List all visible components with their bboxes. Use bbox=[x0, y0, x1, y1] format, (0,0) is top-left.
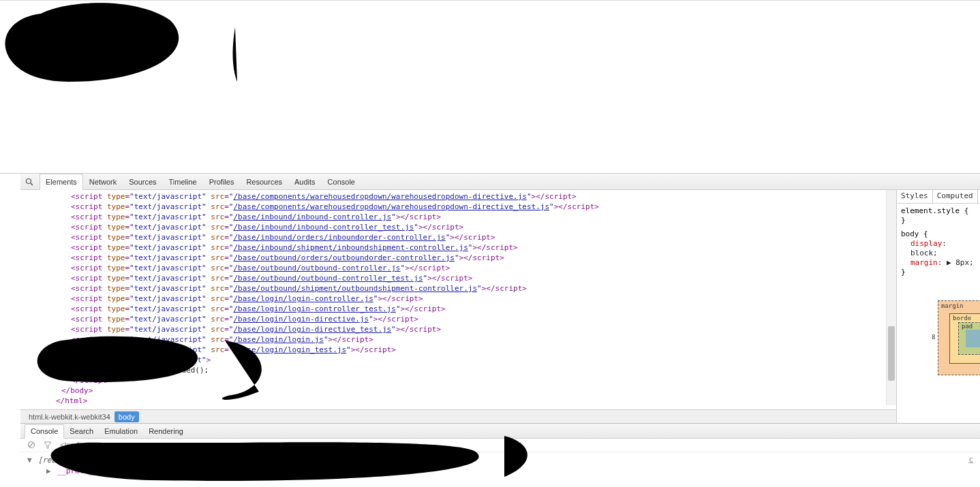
dom-script-inline-close[interactable]: </script> bbox=[23, 375, 896, 386]
breadcrumb-body[interactable]: body bbox=[114, 411, 139, 422]
disclosure-triangle-icon[interactable]: ▼ bbox=[27, 455, 33, 466]
clear-console-icon[interactable] bbox=[27, 441, 35, 450]
tab-sources[interactable]: Sources bbox=[123, 174, 162, 189]
box-model[interactable]: margin 8 borde pad bbox=[897, 300, 980, 382]
drawer-tab-rendering[interactable]: Rendering bbox=[143, 424, 189, 438]
box-border-label: borde bbox=[953, 315, 971, 321]
script-src-link[interactable]: /base/login/login-directive.js bbox=[233, 315, 369, 324]
dom-script-tag[interactable]: <script type="text/javascript" src="/bas… bbox=[23, 334, 896, 345]
inspect-icon[interactable] bbox=[25, 177, 34, 187]
dom-script-tag[interactable]: <script type="text/javascript" src="/bas… bbox=[23, 324, 896, 334]
console-drawer: Console Search Emulation Rendering <top … bbox=[20, 423, 980, 487]
panel-tabs: Elements Network Sources Timeline Profil… bbox=[40, 174, 361, 189]
dom-script-tag[interactable]: <script type="text/javascript" src="/bas… bbox=[23, 345, 896, 355]
element-style-selector: element.style { bbox=[901, 206, 968, 215]
disclosure-triangle-icon[interactable]: ▶ bbox=[46, 466, 52, 477]
body-selector: body { bbox=[901, 230, 928, 238]
tab-timeline[interactable]: Timeline bbox=[163, 174, 203, 189]
dom-script-tag[interactable]: <script type="text/javascript" src="/bas… bbox=[23, 212, 896, 222]
styles-tabs: Styles Computed E bbox=[897, 190, 980, 204]
svg-line-3 bbox=[29, 443, 33, 447]
script-src-link[interactable]: /base/login/login_test.js bbox=[233, 345, 346, 354]
styles-sidebar: Styles Computed E element.style { } body… bbox=[897, 190, 980, 423]
dom-tree[interactable]: <script type="text/javascript" src="/bas… bbox=[20, 190, 896, 409]
tab-resources[interactable]: Resources bbox=[240, 174, 288, 189]
console-toolbar: <top frame> ▾ bbox=[20, 439, 980, 452]
dom-script-tag[interactable]: <script type="text/javascript" src="/bas… bbox=[23, 232, 896, 242]
tab-elements[interactable]: Elements bbox=[40, 174, 83, 190]
styles-rules[interactable]: element.style { } body { display: block;… bbox=[897, 204, 980, 280]
styles-tab-computed[interactable]: Computed bbox=[933, 190, 978, 203]
prop-display[interactable]: display bbox=[910, 239, 942, 248]
drawer-tab-console[interactable]: Console bbox=[25, 424, 64, 439]
dom-script-tag[interactable]: <script type="text/javascript" src="/bas… bbox=[23, 191, 896, 202]
dom-script-tag[interactable]: <script type="text/javascript" src="/bas… bbox=[23, 263, 896, 273]
dom-script-tag[interactable]: <script type="text/javascript" src="/bas… bbox=[23, 202, 896, 212]
box-margin-left: 8 bbox=[932, 334, 935, 341]
breadcrumb-html[interactable]: html.k-webkit.k-webkit34 bbox=[25, 411, 114, 422]
filter-icon[interactable] bbox=[44, 441, 52, 450]
breadcrumb: html.k-webkit.k-webkit34 body bbox=[20, 409, 896, 423]
dom-script-tag[interactable]: <script type="text/javascript" src="/bas… bbox=[23, 242, 896, 253]
frame-selector[interactable]: <top frame> ▾ bbox=[60, 441, 106, 450]
vertical-scrollbar[interactable] bbox=[886, 190, 896, 405]
script-src-link[interactable]: /base/inbound/orders/inboundorder-contro… bbox=[233, 233, 445, 242]
dom-body-close[interactable]: </body> bbox=[23, 386, 896, 396]
rule-close2: } bbox=[901, 268, 906, 277]
script-src-link[interactable]: /base/inbound/inbound-controller_test.js bbox=[233, 223, 414, 232]
script-src-link[interactable]: /base/outbound/orders/outboundorder-cont… bbox=[233, 253, 455, 262]
box-padding-label: pad bbox=[962, 323, 973, 330]
script-src-link[interactable]: /base/login/login-controller.js bbox=[233, 294, 373, 303]
info-badge-icon: i bbox=[425, 456, 433, 465]
rule-close: } bbox=[901, 216, 906, 225]
page-viewport bbox=[0, 0, 980, 174]
devtools-panel: Elements Network Sources Timeline Profil… bbox=[20, 174, 980, 487]
script-src-link[interactable]: /base/login/login.js bbox=[233, 335, 323, 344]
tab-profiles[interactable]: Profiles bbox=[203, 174, 241, 189]
drawer-tab-search[interactable]: Search bbox=[64, 424, 99, 438]
dom-script-tag[interactable]: <script type="text/javascript" src="/bas… bbox=[23, 283, 896, 294]
dom-script-tag[interactable]: <script type="text/javascript" src="/bas… bbox=[23, 294, 896, 304]
console-log-line[interactable]: ▼ [ready: function, toString: function, … bbox=[27, 455, 973, 466]
styles-tab-styles[interactable]: Styles bbox=[897, 190, 933, 203]
dom-script-tag[interactable]: <script type="text/javascript" src="/bas… bbox=[23, 314, 896, 324]
devtools-toolbar: Elements Network Sources Timeline Profil… bbox=[20, 174, 980, 190]
dom-script-tag[interactable]: <script type="text/javascript" src="/bas… bbox=[23, 304, 896, 314]
script-src-link[interactable]: /base/outbound/outbound-controller.js bbox=[233, 264, 400, 272]
script-src-link[interactable]: /base/outbound/outbound-controller_test.… bbox=[233, 274, 423, 283]
dom-inline-code[interactable]: window.__karma__.loaded(); bbox=[23, 365, 896, 375]
dom-script-tag[interactable]: <script type="text/javascript" src="/bas… bbox=[23, 253, 896, 263]
script-src-link[interactable]: /base/outbound/shipment/outboundshipment… bbox=[233, 284, 477, 293]
drawer-tab-emulation[interactable]: Emulation bbox=[99, 424, 143, 438]
drawer-tabs: Console Search Emulation Rendering bbox=[20, 424, 980, 439]
svg-line-1 bbox=[31, 183, 33, 185]
dom-script-inline-open[interactable]: <script type="text/javascript"> bbox=[23, 355, 896, 365]
console-proto-line[interactable]: ▶ __proto__: Object[0] bbox=[27, 466, 973, 477]
tab-audits[interactable]: Audits bbox=[288, 174, 322, 189]
tab-console[interactable]: Console bbox=[322, 174, 361, 189]
script-src-link[interactable]: /base/login/login-controller_test.js bbox=[233, 304, 395, 313]
script-src-link[interactable]: /base/inbound/inbound-controller.js bbox=[233, 213, 391, 221]
dom-script-tag[interactable]: <script type="text/javascript" src="/bas… bbox=[23, 222, 896, 232]
console-source-link[interactable]: c bbox=[968, 455, 973, 464]
prop-margin[interactable]: margin bbox=[910, 258, 938, 267]
svg-point-0 bbox=[27, 178, 31, 183]
dom-script-tag[interactable]: <script type="text/javascript" src="/bas… bbox=[23, 273, 896, 283]
console-output[interactable]: ▼ [ready: function, toString: function, … bbox=[20, 452, 980, 487]
scrollbar-thumb[interactable] bbox=[888, 326, 895, 381]
script-src-link[interactable]: /base/components/warehousedropdown/wareh… bbox=[233, 192, 526, 201]
script-src-link[interactable]: /base/login/login-directive_test.js bbox=[233, 325, 391, 334]
tab-network[interactable]: Network bbox=[83, 174, 123, 189]
script-src-link[interactable]: /base/inbound/shipment/inboundshipment-c… bbox=[233, 243, 468, 252]
script-src-link[interactable]: /base/components/warehousedropdown/wareh… bbox=[233, 202, 549, 211]
box-margin-label: margin bbox=[941, 302, 964, 309]
dom-html-close[interactable]: </html> bbox=[23, 396, 896, 406]
